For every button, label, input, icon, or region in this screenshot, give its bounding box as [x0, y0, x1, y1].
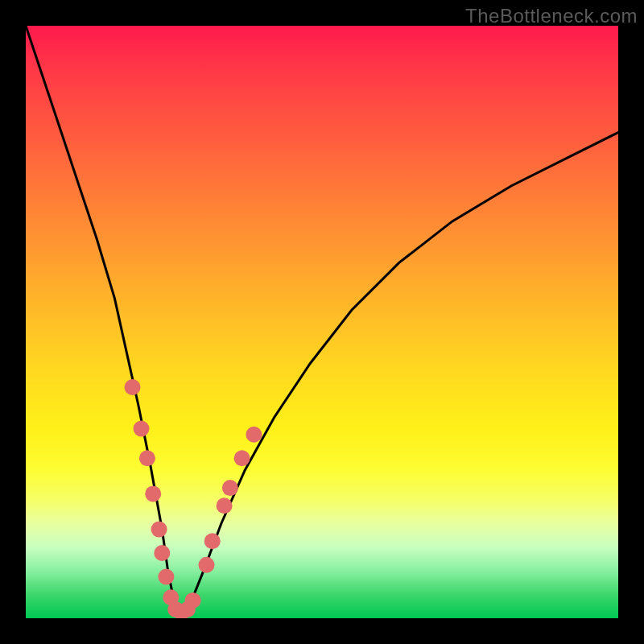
- marker-dot: [154, 545, 170, 561]
- marker-dot: [199, 557, 215, 573]
- curve-svg: [26, 26, 618, 618]
- marker-dot: [134, 421, 150, 437]
- watermark-text: TheBottleneck.com: [465, 5, 638, 27]
- marker-dot: [246, 427, 262, 443]
- marker-dot: [204, 533, 221, 549]
- marker-dot: [222, 480, 238, 496]
- chart-frame: TheBottleneck.com: [0, 0, 644, 644]
- marker-dot: [125, 379, 141, 395]
- marker-dot: [139, 450, 155, 466]
- marker-dot: [145, 485, 161, 502]
- bottleneck-curve: [26, 26, 618, 613]
- marker-dot: [234, 450, 250, 466]
- marker-dot: [158, 569, 174, 585]
- marker-group: [125, 379, 262, 618]
- marker-dot: [185, 592, 201, 609]
- plot-area: [26, 26, 618, 618]
- marker-dot: [217, 497, 233, 514]
- marker-dot: [151, 522, 167, 538]
